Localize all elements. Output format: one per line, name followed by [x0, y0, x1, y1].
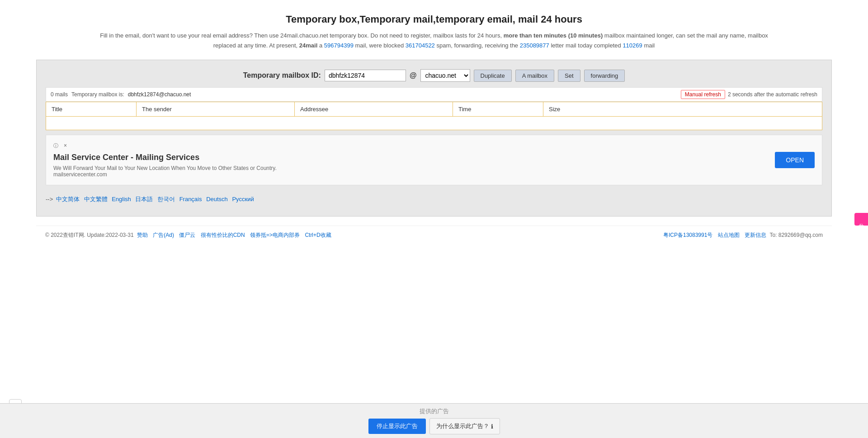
- ad-open-button[interactable]: OPEN: [775, 152, 815, 168]
- status-bar: 0 mails Temporary mailbox is: dbhfzk1287…: [46, 87, 822, 102]
- why-ad-button[interactable]: 为什么显示此广告？ ℹ: [429, 418, 500, 434]
- lang-zh-cn[interactable]: 中文简体: [56, 196, 80, 203]
- why-ad-text: 为什么显示此广告？: [436, 422, 489, 430]
- lang-zh-tw[interactable]: 中文繁體: [84, 196, 108, 203]
- ad-title: Mail Service Center - Mailing Services: [53, 153, 766, 162]
- ad-badge: ⓘ: [53, 142, 58, 149]
- header-section: Temporary box,Temporary mail,temporary e…: [0, 0, 868, 60]
- lang-arrow: -->: [46, 196, 53, 203]
- lang-ru[interactable]: Русский: [232, 196, 254, 203]
- language-section: --> 中文简体 中文繁體 English 日本語 한국어 Français D…: [46, 190, 822, 207]
- page-wrapper: Temporary box,Temporary mail,temporary e…: [0, 0, 868, 438]
- footer-link-bookmark[interactable]: Ctrl+D收藏: [305, 232, 331, 238]
- col-title: Title: [46, 102, 137, 117]
- footer-contact: To: 8292669@qq.com: [769, 232, 823, 238]
- manual-refresh-button[interactable]: Manual refresh: [681, 90, 725, 99]
- stop-ad-button[interactable]: 停止显示此广告: [368, 419, 426, 434]
- lang-ja[interactable]: 日本語: [135, 196, 153, 203]
- set-button[interactable]: Set: [558, 70, 580, 82]
- domain-select[interactable]: chacuo.net chacuo.com: [420, 69, 470, 82]
- highlight-bold: more than ten minutes (10 minutes): [504, 32, 603, 39]
- info-icon: ℹ: [491, 423, 493, 430]
- ad-close-icon[interactable]: ×: [64, 142, 67, 149]
- footer-link-sponsor[interactable]: 赞助: [137, 232, 148, 238]
- duplicate-button[interactable]: Duplicate: [474, 70, 512, 82]
- highlight-24mail: 24mail: [299, 42, 317, 49]
- mail-count: 0 mails: [51, 91, 68, 98]
- table-header: Title The sender Addressee Time Size: [46, 102, 822, 117]
- lang-fr[interactable]: Français: [179, 196, 202, 203]
- auto-refresh-text: 2 seconds after the automatic refresh: [728, 91, 817, 98]
- mail-table: Title The sender Addressee Time Size: [46, 102, 822, 130]
- link-completed-count[interactable]: 110269: [623, 42, 642, 49]
- ad-provided-text: 提供的广告: [0, 407, 868, 415]
- ad-content: ⓘ × Mail Service Center - Mailing Servic…: [53, 142, 766, 178]
- col-sender: The sender: [137, 102, 295, 117]
- footer-link-cloud[interactable]: 僵尸云: [179, 232, 195, 238]
- link-receiving-count[interactable]: 235089877: [520, 42, 549, 49]
- footer-link-coupon[interactable]: 领券抵=>电商内部券: [250, 232, 300, 238]
- side-share-button[interactable]: 分享: [854, 213, 868, 226]
- mailbox-input[interactable]: [325, 70, 406, 81]
- footer-icp[interactable]: 粤ICP备13083991号: [663, 232, 712, 238]
- copyright: © 2022查错IT网. Update:2022-03-31: [45, 232, 134, 238]
- lang-de[interactable]: Deutsch: [206, 196, 228, 203]
- lang-ko[interactable]: 한국어: [157, 196, 175, 203]
- mailbox-is-label: Temporary mailbox is:: [71, 91, 124, 98]
- footer-right: 粤ICP备13083991号 站点地图 更新信息 To: 8292669@qq.…: [661, 231, 823, 239]
- col-size: Size: [543, 102, 822, 117]
- a-mailbox-button[interactable]: A mailbox: [515, 70, 554, 82]
- ad-description: We Will Forward Your Mail to Your New Lo…: [53, 165, 766, 171]
- header-description: Fill in the email, don't want to use you…: [90, 31, 778, 51]
- ad-section: ⓘ × Mail Service Center - Mailing Servic…: [46, 135, 822, 185]
- mailbox-address: dbhfzk12874@chacuo.net: [128, 91, 191, 98]
- at-sign: @: [410, 71, 417, 80]
- page-title: Temporary box,Temporary mail,temporary e…: [90, 14, 778, 25]
- footer-sitemap[interactable]: 站点地图: [718, 232, 740, 238]
- ad-top-right: ⓘ ×: [53, 142, 766, 149]
- footer: © 2022查错IT网. Update:2022-03-31 赞助 广告(Ad)…: [36, 226, 832, 245]
- table-empty-row: [46, 117, 822, 130]
- main-box: Temporary mailbox ID: @ chacuo.net chacu…: [36, 60, 832, 217]
- footer-link-ad[interactable]: 广告(Ad): [153, 232, 174, 238]
- col-addressee: Addressee: [295, 102, 453, 117]
- ad-url: mailservicecenter.com: [53, 171, 766, 178]
- footer-left: © 2022查错IT网. Update:2022-03-31 赞助 广告(Ad)…: [45, 231, 333, 239]
- table-header-row: Title The sender Addressee Time Size: [46, 102, 822, 117]
- col-time: Time: [453, 102, 543, 117]
- bottom-ad-bar: 提供的广告 停止显示此广告 为什么显示此广告？ ℹ: [0, 403, 868, 438]
- lang-en[interactable]: English: [112, 196, 131, 203]
- table-body: [46, 117, 822, 130]
- link-blocked-count[interactable]: 361704522: [406, 42, 435, 49]
- mailbox-row: Temporary mailbox ID: @ chacuo.net chacu…: [46, 69, 822, 82]
- status-left: 0 mails Temporary mailbox is: dbhfzk1287…: [51, 91, 191, 98]
- forwarding-button[interactable]: forwarding: [584, 70, 625, 82]
- ad-bottom-buttons: 停止显示此广告 为什么显示此广告？ ℹ: [0, 418, 868, 434]
- status-right: Manual refresh 2 seconds after the autom…: [681, 90, 817, 99]
- link-mail-count[interactable]: 596794399: [324, 42, 354, 49]
- footer-link-cdn[interactable]: 很有性价比的CDN: [201, 232, 245, 238]
- mailbox-label: Temporary mailbox ID:: [243, 71, 321, 80]
- footer-update[interactable]: 更新信息: [745, 232, 766, 238]
